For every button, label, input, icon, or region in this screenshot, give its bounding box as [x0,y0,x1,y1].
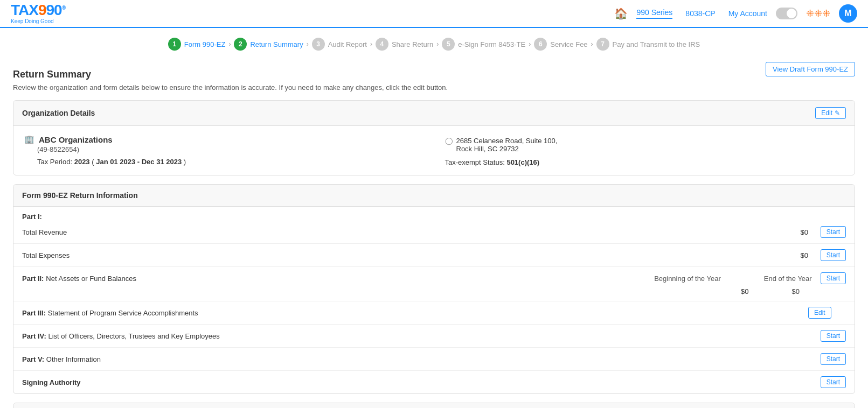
step-label-4: Share Return [392,40,433,48]
part4-start-button[interactable]: Start [821,330,846,342]
step-arrow-1: › [228,40,231,48]
part5-label: Part V: Other Information [22,355,754,363]
part2-amounts: $0 $0 [22,287,800,296]
step-label-6: Service Fee [550,40,587,48]
total-expenses-action: Start [808,249,846,261]
nav-990-series[interactable]: 990 Series [636,8,672,19]
step-2[interactable]: 2 Return Summary [234,38,303,51]
part4-row: Part IV: List of Officers, Directors, Tr… [13,325,855,348]
org-tax-status: Tax-exempt Status: 501(c)(16) [445,158,844,166]
org-left: 🏢 ABC Organizations (49-8522654) Tax Per… [24,135,423,166]
nav-my-account[interactable]: My Account [728,9,767,18]
step-arrow-2: › [307,40,309,48]
step-circle-7: 7 [596,38,609,51]
header-icons: 🏠 990 Series 8038-CP My Account ⁜⁜⁜ M [614,4,857,23]
org-address: ◯ 2685 Celanese Road, Suite 100, Rock Hi… [445,137,844,153]
org-details-body: 🏢 ABC Organizations (49-8522654) Tax Per… [13,126,855,175]
part4-action: Start [808,330,846,342]
logo-tagline: Keep Doing Good [11,18,65,24]
total-revenue-amount: $0 [754,228,808,236]
total-expenses-label: Total Expenses [22,251,754,259]
home-icon[interactable]: 🏠 [614,7,628,20]
view-draft-button[interactable]: View Draft Form 990-EZ [766,62,855,76]
org-ein: (49-8522654) [37,145,423,153]
org-right: ◯ 2685 Celanese Road, Suite 100, Rock Hi… [445,135,844,166]
logo-text: TAX990® [11,3,65,18]
step-4[interactable]: 4 Share Return [376,38,433,51]
org-details-header: Organization Details Edit ✎ [13,101,855,126]
page-description: Review the organization and form details… [13,83,855,92]
progress-bar: 1 Form 990-EZ › 2 Return Summary › 3 Aud… [0,28,868,60]
step-6[interactable]: 6 Service Fee [534,38,587,51]
header-nav: 990 Series 8038-CP My Account [636,8,767,19]
step-label-2: Return Summary [250,40,303,48]
total-revenue-action: Start [808,226,846,238]
toggle-button[interactable] [776,8,797,19]
attached-schedules-header: Attached Schedules [13,403,855,408]
total-expenses-row: Total Expenses $0 Start [13,244,855,267]
org-period: Tax Period: 2023 ( Jan 01 2023 - Dec 31 … [37,158,423,166]
part2-row1: Part II: Net Assets or Fund Balances Beg… [22,272,846,284]
total-revenue-row: Total Revenue $0 Start [13,221,855,244]
form-info-header: Form 990-EZ Return Information [13,185,855,207]
main-content: Return Summary View Draft Form 990-EZ Re… [0,60,868,408]
part3-action: Edit [808,307,846,319]
part3-edit-button[interactable]: Edit [808,307,831,319]
step-7[interactable]: 7 Pay and Transmit to the IRS [596,38,700,51]
step-label-5: e-Sign Form 8453-TE [458,40,525,48]
step-label-7: Pay and Transmit to the IRS [613,40,700,48]
part2-start-button[interactable]: Start [821,272,846,284]
org-details-card: Organization Details Edit ✎ 🏢 ABC Organi… [13,100,855,175]
step-label-1: Form 990-EZ [184,40,226,48]
part3-label: Part III: Statement of Program Service A… [22,309,754,317]
building-icon: 🏢 [24,135,34,144]
step-1[interactable]: 1 Form 990-EZ [168,38,226,51]
form-info-card: Form 990-EZ Return Information Part I: T… [13,184,855,394]
total-revenue-label: Total Revenue [22,228,754,236]
nav-8038cp[interactable]: 8038-CP [685,9,715,18]
signing-authority-row: Signing Authority Start [13,371,855,393]
org-details-edit-button[interactable]: Edit ✎ [815,107,846,119]
part5-action: Start [808,353,846,365]
header: TAX990® Keep Doing Good 🏠 990 Series 803… [0,0,868,28]
page-title: Return Summary [13,69,855,80]
step-circle-6: 6 [534,38,547,51]
grid-icon[interactable]: ⁜⁜⁜ [806,8,830,19]
step-circle-5: 5 [442,38,455,51]
logo: TAX990® Keep Doing Good [11,3,65,24]
part2-right: Beginning of the Year End of the Year St… [623,272,846,284]
step-arrow-4: › [436,40,439,48]
part5-start-button[interactable]: Start [821,353,846,365]
org-details-title: Organization Details [22,109,95,117]
part3-row: Part III: Statement of Program Service A… [13,301,855,325]
location-icon: ◯ [445,137,453,145]
part2-amount-values: $0 $0 [611,287,800,296]
org-name: 🏢 ABC Organizations [24,135,423,144]
total-expenses-start-button[interactable]: Start [821,249,846,261]
step-arrow-6: › [591,40,593,48]
part2-section: Part II: Net Assets or Fund Balances Beg… [13,267,855,301]
part4-label: Part IV: List of Officers, Directors, Tr… [22,332,754,340]
step-5[interactable]: 5 e-Sign Form 8453-TE [442,38,525,51]
part1-header: Part I: [13,207,855,221]
step-circle-4: 4 [376,38,388,51]
step-arrow-3: › [370,40,372,48]
total-expenses-amount: $0 [754,251,808,259]
edit-icon: ✎ [835,109,840,117]
edit-label: Edit [821,109,832,117]
step-arrow-5: › [529,40,531,48]
step-circle-2: 2 [234,38,247,51]
form-info-body: Part I: Total Revenue $0 Start Total Exp… [13,207,855,393]
signing-authority-label: Signing Authority [22,378,754,386]
part5-row: Part V: Other Information Start [13,348,855,371]
part2-column-headers: Beginning of the Year End of the Year [623,275,812,283]
step-circle-3: 3 [312,38,325,51]
signing-authority-action: Start [808,376,846,388]
step-circle-1: 1 [168,38,181,51]
signing-authority-start-button[interactable]: Start [821,376,846,388]
part2-label-area: Part II: Net Assets or Fund Balances [22,274,136,283]
step-3[interactable]: 3 Audit Report [312,38,367,51]
total-revenue-start-button[interactable]: Start [821,226,846,238]
avatar[interactable]: M [839,4,857,23]
attached-schedules-card: Attached Schedules [13,403,855,408]
